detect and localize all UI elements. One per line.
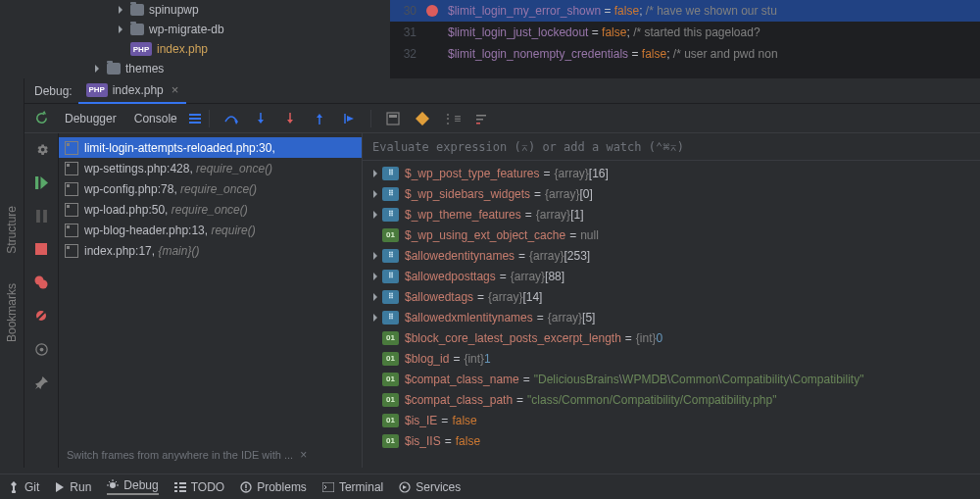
- variable-row[interactable]: 01$is_IE = false: [363, 410, 980, 430]
- debug-controls: [24, 133, 59, 468]
- mute-breakpoints-icon[interactable]: [31, 306, 51, 325]
- variable-row[interactable]: ⠿$allowedtags = {array} [14]: [363, 286, 980, 307]
- terminal-tab[interactable]: Terminal: [322, 480, 383, 494]
- svg-rect-12: [35, 243, 47, 255]
- variable-row[interactable]: ⠿$_wp_theme_features = {array} [1]: [363, 204, 980, 225]
- svg-rect-0: [189, 114, 201, 116]
- frame-icon: [65, 224, 78, 237]
- code-line[interactable]: 32$limit_login_nonempty_credentials = fa…: [390, 43, 980, 65]
- list-icon[interactable]: ⋮≡: [442, 109, 462, 128]
- variables-panel[interactable]: Evaluate expression (⌅) or add a watch (…: [363, 133, 980, 468]
- sort-icon[interactable]: [471, 109, 491, 128]
- close-icon[interactable]: ×: [172, 82, 179, 97]
- variable-row[interactable]: ⠿$allowedposttags = {array} [88]: [363, 266, 980, 286]
- svg-rect-3: [387, 113, 399, 125]
- run-to-cursor-icon[interactable]: [339, 109, 359, 128]
- debug-file-tab[interactable]: PHP index.php ×: [78, 78, 187, 104]
- scalar-badge-icon: 01: [382, 352, 399, 366]
- debug-toolbar: Debugger Console ⋮≡: [24, 104, 980, 133]
- evaluate-icon[interactable]: [383, 109, 403, 128]
- problems-tab[interactable]: Problems: [240, 480, 307, 494]
- bookmarks-tab[interactable]: Bookmarks: [5, 283, 19, 342]
- chevron-right-icon[interactable]: [368, 252, 382, 260]
- svg-rect-8: [476, 123, 480, 125]
- frame-icon: [65, 141, 78, 155]
- chevron-right-icon[interactable]: [368, 293, 382, 301]
- structure-tab[interactable]: Structure: [5, 206, 19, 254]
- threads-icon[interactable]: [185, 109, 205, 128]
- view-breakpoints-icon[interactable]: [31, 273, 51, 292]
- frames-panel[interactable]: limit-login-attempts-reloaded.php:30,wp-…: [59, 133, 363, 468]
- tree-item[interactable]: wp-migrate-db: [69, 20, 390, 39]
- variable-row[interactable]: 01$_wp_using_ext_object_cache = null: [363, 225, 980, 245]
- debug-tab[interactable]: Debug: [107, 478, 158, 495]
- code-editor[interactable]: 30$limit_login_my_error_shown = false; /…: [390, 0, 980, 78]
- force-step-into-icon[interactable]: [280, 109, 300, 128]
- line-number: 31: [390, 25, 424, 39]
- chevron-right-icon[interactable]: [368, 170, 382, 177]
- settings-icon[interactable]: [31, 139, 51, 159]
- stack-frame[interactable]: wp-load.php:50, require_once(): [59, 199, 362, 220]
- step-over-icon[interactable]: [221, 109, 241, 128]
- variable-row[interactable]: 01$blog_id = {int} 1: [363, 348, 980, 369]
- variable-row[interactable]: ⠿$allowedentitynames = {array} [253]: [363, 245, 980, 266]
- variable-row[interactable]: 01$block_core_latest_posts_excerpt_lengt…: [363, 327, 980, 348]
- php-file-icon: PHP: [86, 83, 108, 97]
- svg-rect-2: [189, 122, 201, 124]
- svg-point-14: [39, 280, 48, 289]
- tree-item[interactable]: themes: [69, 59, 390, 78]
- tree-item[interactable]: PHP index.php: [69, 39, 390, 59]
- more-settings-icon[interactable]: [31, 339, 51, 359]
- git-tab[interactable]: Git: [8, 480, 39, 494]
- hint-text: Switch frames from anywhere in the IDE w…: [59, 442, 362, 468]
- project-tree[interactable]: spinupwp wp-migrate-db PHP index.php the…: [0, 0, 390, 78]
- run-tab[interactable]: Run: [55, 480, 91, 494]
- services-tab[interactable]: Services: [399, 480, 461, 494]
- array-badge-icon: ⠿: [382, 249, 399, 263]
- tree-item[interactable]: spinupwp: [69, 0, 390, 20]
- code-line[interactable]: 31$limit_login_just_lockedout = false; /…: [390, 22, 980, 43]
- variable-row[interactable]: ⠿$_wp_sidebars_widgets = {array} [0]: [363, 183, 980, 204]
- pause-icon[interactable]: [31, 206, 51, 225]
- stop-icon[interactable]: [31, 239, 51, 259]
- debugger-tab[interactable]: Debugger: [65, 112, 117, 125]
- stack-frame[interactable]: index.php:17, {main}(): [59, 240, 362, 261]
- pin-icon[interactable]: [31, 373, 51, 392]
- rerun-icon[interactable]: [32, 109, 51, 128]
- svg-rect-30: [179, 490, 186, 492]
- variable-row[interactable]: 01$compat_class_path = "class/Common/Com…: [363, 389, 980, 410]
- scalar-badge-icon: 01: [382, 434, 399, 448]
- todo-tab[interactable]: TODO: [174, 480, 224, 494]
- svg-rect-34: [322, 482, 334, 492]
- stack-frame[interactable]: wp-config.php:78, require_once(): [59, 178, 362, 199]
- stack-frame[interactable]: wp-settings.php:428, require_once(): [59, 158, 362, 178]
- console-tab[interactable]: Console: [134, 112, 177, 125]
- chevron-right-icon: [92, 64, 102, 74]
- step-out-icon[interactable]: [310, 109, 329, 128]
- chevron-right-icon[interactable]: [368, 211, 382, 219]
- resume-icon[interactable]: [31, 173, 51, 192]
- chevron-right-icon[interactable]: [368, 314, 382, 322]
- variable-row[interactable]: 01$compat_class_name = "DeliciousBrains\…: [363, 369, 980, 389]
- watch-input[interactable]: Evaluate expression (⌅) or add a watch (…: [363, 133, 980, 161]
- tree-label: index.php: [157, 42, 208, 56]
- tree-label: wp-migrate-db: [149, 23, 224, 36]
- folder-icon: [107, 63, 121, 75]
- array-badge-icon: ⠿: [382, 270, 399, 283]
- variable-row[interactable]: 01$is_IIS = false: [363, 430, 980, 451]
- frame-icon: [65, 203, 78, 217]
- variable-row[interactable]: ⠿$_wp_post_type_features = {array} [16]: [363, 163, 980, 183]
- chevron-right-icon[interactable]: [368, 190, 382, 198]
- code-line[interactable]: 30$limit_login_my_error_shown = false; /…: [390, 0, 980, 22]
- svg-rect-4: [389, 115, 397, 118]
- line-number: 30: [390, 4, 424, 18]
- trace-icon[interactable]: [413, 109, 432, 128]
- gutter[interactable]: [424, 5, 440, 17]
- step-into-icon[interactable]: [251, 109, 270, 128]
- svg-rect-9: [35, 176, 38, 189]
- stack-frame[interactable]: limit-login-attempts-reloaded.php:30,: [59, 137, 362, 158]
- chevron-right-icon[interactable]: [368, 273, 382, 280]
- array-badge-icon: ⠿: [382, 167, 399, 180]
- variable-row[interactable]: ⠿$allowedxmlentitynames = {array} [5]: [363, 307, 980, 327]
- stack-frame[interactable]: wp-blog-header.php:13, require(): [59, 220, 362, 240]
